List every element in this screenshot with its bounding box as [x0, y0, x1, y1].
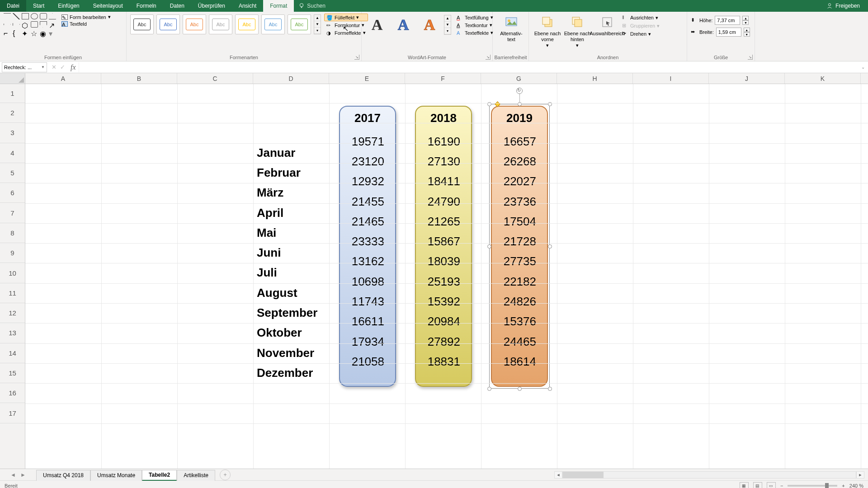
row-headers: 1234567891011121314151617	[0, 84, 25, 469]
alt-text-button[interactable]: Alternativ- text	[496, 13, 526, 42]
selection-pane-button[interactable]: Auswahlbereich	[592, 13, 622, 49]
row-header[interactable]: 5	[0, 163, 25, 183]
row-header[interactable]: 4	[0, 143, 25, 163]
sheet-tab[interactable]: Tabelle2	[142, 470, 177, 481]
gallery-expand[interactable]: ▲▼▾	[314, 14, 321, 34]
sheet-tab[interactable]: Umsatz Q4 2018	[36, 470, 90, 481]
row-header[interactable]: 16	[0, 383, 25, 403]
row-header[interactable]: 6	[0, 183, 25, 203]
rotate-handle[interactable]	[516, 88, 523, 94]
shape-outline-button[interactable]: ✏Formkontur ▾	[326, 22, 366, 28]
row-header[interactable]: 3	[0, 123, 25, 143]
text-effects-button[interactable]: ATexteffekte ▾	[457, 30, 493, 36]
column-header[interactable]: D	[253, 73, 329, 84]
text-outline-button[interactable]: ATextkontur ▾	[457, 22, 493, 28]
cancel-icon[interactable]: ✕	[52, 64, 57, 70]
row-header[interactable]: 1	[0, 84, 25, 103]
align-button[interactable]: ⫴Ausrichten ▾	[622, 14, 660, 21]
row-header[interactable]: 11	[0, 283, 25, 303]
row-header[interactable]: 14	[0, 343, 25, 363]
rotate-button[interactable]: ⟳Drehen ▾	[622, 31, 660, 37]
dialog-launcher[interactable]: ↘	[486, 55, 491, 60]
row-header[interactable]: 9	[0, 243, 25, 263]
zoom-slider[interactable]	[788, 485, 837, 487]
shapes-gallery[interactable]: ⬡ ↗ ⌐ { ✦ ☆ ◉ ▾	[4, 13, 57, 37]
file-tab[interactable]: Datei	[0, 0, 26, 12]
tab-layout[interactable]: Seitenlayout	[86, 0, 130, 12]
confirm-icon[interactable]: ✓	[60, 64, 65, 70]
sheet-tab[interactable]: Artikelliste	[177, 470, 215, 481]
resize-handle[interactable]	[548, 387, 552, 391]
column-header[interactable]: H	[557, 73, 633, 84]
row-header[interactable]: 15	[0, 363, 25, 383]
year-shape-2018[interactable]: 2018161902713018411247902126515867180392…	[415, 106, 472, 387]
formula-expand[interactable]: ⌄	[858, 65, 868, 70]
name-box[interactable]: Rechteck: ...▼	[2, 62, 47, 72]
tab-format[interactable]: Format	[263, 0, 294, 12]
resize-handle[interactable]	[548, 244, 552, 249]
tab-data[interactable]: Daten	[163, 0, 191, 12]
wordart-expand[interactable]: ▲▼▾	[444, 15, 451, 35]
row-header[interactable]: 10	[0, 263, 25, 283]
spreadsheet-grid[interactable]: ABCDEFGHIJK 1234567891011121314151617 Ja…	[0, 73, 868, 469]
column-header[interactable]: E	[329, 73, 405, 84]
row-header[interactable]: 17	[0, 403, 25, 423]
sheet-nav[interactable]: ◄ ►	[0, 472, 36, 478]
tab-start[interactable]: Start	[26, 0, 51, 12]
bring-forward-button[interactable]: Ebene nach vorne ▾	[533, 13, 562, 49]
column-header[interactable]: A	[25, 73, 101, 84]
resize-handle[interactable]	[487, 244, 491, 249]
sheet-tab[interactable]: Umsatz Monate	[90, 470, 142, 481]
column-header[interactable]: B	[101, 73, 177, 84]
height-spinner[interactable]: ▲▼	[742, 16, 749, 25]
zoom-out[interactable]: −	[780, 483, 783, 488]
width-input[interactable]: 1,59 cm	[716, 28, 741, 37]
add-sheet-button[interactable]: ＋	[220, 469, 231, 480]
row-header[interactable]: 13	[0, 323, 25, 343]
zoom-in[interactable]: +	[842, 483, 844, 488]
row-header[interactable]: 2	[0, 103, 25, 123]
tab-formulas[interactable]: Formeln	[130, 0, 163, 12]
dialog-launcher[interactable]: ↘	[354, 55, 359, 60]
column-header[interactable]: J	[709, 73, 785, 84]
shape-selection[interactable]	[489, 104, 550, 389]
share-button[interactable]: Freigeben	[826, 0, 868, 12]
zoom-level[interactable]: 240 %	[849, 483, 863, 488]
group-size: ⬍ Höhe: 7,37 cm ▲▼ ⬌ Breite: 1,59 cm ▲▼ …	[687, 12, 755, 61]
tab-insert[interactable]: Einfügen	[51, 0, 86, 12]
edit-shape-button[interactable]: ✎Form bearbeiten ▾	[61, 14, 111, 20]
column-header[interactable]: F	[405, 73, 481, 84]
group-label: Anordnen	[529, 55, 687, 60]
group-accessibility: Alternativ- text Barrierefreiheit	[493, 12, 529, 61]
tab-review[interactable]: Überprüfen	[191, 0, 232, 12]
fx-icon[interactable]: fx	[71, 63, 76, 71]
text-fill-button[interactable]: ATextfüllung ▾	[457, 14, 493, 20]
shape-effects-button[interactable]: ◑Formeffekte ▾	[326, 30, 366, 36]
tell-me-search[interactable]: Suchen	[298, 0, 326, 12]
cells-area[interactable]: JanuarFebruarMärzAprilMaiJuniJuliAugustS…	[25, 84, 868, 469]
shape-style-gallery[interactable]: Abc Abc Abc Abc Abc Abc Abc ▲▼▾	[130, 13, 321, 36]
column-header[interactable]: G	[481, 73, 557, 84]
row-header[interactable]: 12	[0, 303, 25, 323]
textfield-button[interactable]: ATextfeld	[61, 21, 111, 27]
dialog-launcher[interactable]: ↘	[748, 55, 753, 60]
year-shape-2017[interactable]: 2017195712312012932214552146523333131621…	[339, 106, 396, 387]
column-header[interactable]: C	[177, 73, 253, 84]
select-all-corner[interactable]	[0, 73, 25, 84]
column-header[interactable]: I	[633, 73, 709, 84]
width-spinner[interactable]: ▲▼	[744, 28, 750, 37]
column-header[interactable]: K	[785, 73, 861, 84]
row-header[interactable]: 8	[0, 223, 25, 243]
view-page-break[interactable]: ▭	[767, 482, 776, 488]
horizontal-scrollbar[interactable]: ◄ ►	[231, 471, 868, 479]
resize-handle[interactable]	[487, 387, 491, 391]
view-normal[interactable]: ▦	[740, 482, 749, 488]
tab-view[interactable]: Ansicht	[232, 0, 263, 12]
send-backward-button[interactable]: Ebene nach hinten ▾	[562, 13, 592, 49]
resize-handle[interactable]	[518, 387, 522, 391]
formula-input[interactable]	[79, 62, 858, 72]
row-header[interactable]: 7	[0, 203, 25, 223]
wordart-gallery[interactable]: A A A ▲▼▾	[365, 13, 451, 37]
view-page-layout[interactable]: ▤	[753, 482, 762, 488]
height-input[interactable]: 7,37 cm	[715, 16, 740, 25]
